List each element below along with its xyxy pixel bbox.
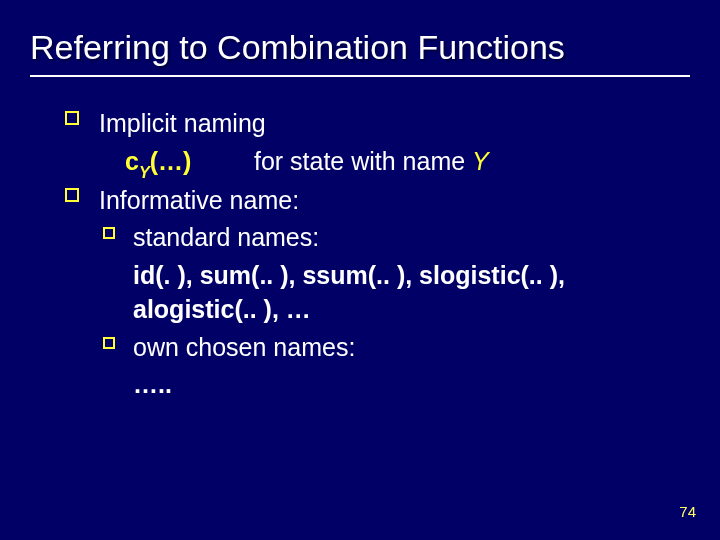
slide: Referring to Combination Functions Impli…: [0, 0, 720, 540]
for-state-text: for state with name: [254, 147, 472, 175]
bullet-own-names: own chosen names:: [65, 331, 670, 365]
bullet-standard-names: standard names:: [65, 221, 670, 255]
slide-title: Referring to Combination Functions: [0, 0, 720, 73]
standard-names-label: standard names:: [133, 223, 319, 251]
func-subscript: Y: [139, 163, 150, 181]
square-bullet-icon: [65, 111, 79, 125]
own-names-items: …..: [65, 368, 670, 402]
bullet-informative-name: Informative name:: [65, 184, 670, 218]
func-args: (…): [150, 147, 192, 175]
bullet-implicit-naming: Implicit naming: [65, 107, 670, 141]
implicit-label: Implicit naming: [99, 109, 266, 137]
slide-body: Implicit naming cY(…) for state with nam…: [0, 77, 720, 402]
func-c: c: [125, 147, 139, 175]
own-names-label: own chosen names:: [133, 333, 355, 361]
square-bullet-icon: [65, 188, 79, 202]
state-name-y: Y: [472, 147, 489, 175]
standard-names-items: id(. ), sum(.. ), ssum(.. ), slogistic(.…: [65, 259, 670, 327]
square-bullet-icon: [103, 227, 115, 239]
implicit-function-line: cY(…) for state with name Y: [65, 145, 670, 182]
page-number: 74: [679, 503, 696, 520]
square-bullet-icon: [103, 337, 115, 349]
informative-label: Informative name:: [99, 186, 299, 214]
